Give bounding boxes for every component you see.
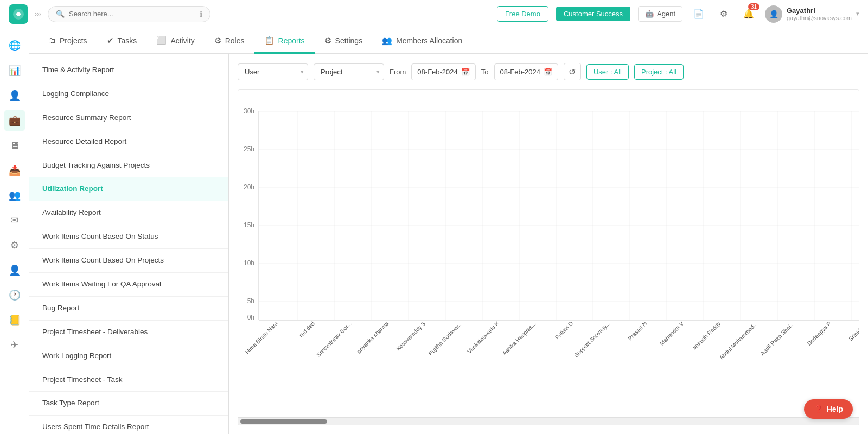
sidebar-item-clock[interactable]: 🕐 — [4, 284, 25, 306]
report-item-users-spent-time[interactable]: Users Spent Time Details Report — [29, 416, 228, 434]
svg-text:Dedeepya P: Dedeepya P — [806, 320, 832, 347]
sidebar-item-monitor[interactable]: 🖥 — [4, 135, 25, 156]
sidebar-item-briefcase[interactable]: 💼 — [4, 110, 25, 131]
report-item-bug-report[interactable]: Bug Report — [29, 297, 228, 321]
from-date-value: 08-Feb-2024 — [417, 68, 457, 76]
tab-projects[interactable]: 🗂 Projects — [38, 29, 97, 54]
activity-tab-icon: ⬜ — [156, 36, 167, 46]
svg-text:15h: 15h — [244, 221, 254, 229]
to-date-value: 08-Feb-2024 — [500, 68, 540, 76]
svg-text:priyanka sharma: priyanka sharma — [355, 320, 390, 354]
tab-tasks[interactable]: ✔ Tasks — [97, 29, 147, 54]
nav-tabs: 🗂 Projects ✔ Tasks ⬜ Activity ⚙ Roles 📋 … — [29, 28, 868, 54]
tab-reports-label: Reports — [278, 36, 305, 45]
project-select[interactable]: Project — [314, 63, 384, 80]
report-item-work-logging[interactable]: Work Logging Report — [29, 344, 228, 368]
tab-members-label: Members Allocation — [396, 36, 462, 45]
sidebar-item-ledger[interactable]: 📒 — [4, 309, 25, 331]
content-area: 🗂 Projects ✔ Tasks ⬜ Activity ⚙ Roles 📋 … — [29, 28, 868, 434]
projects-tab-icon: 🗂 — [48, 36, 56, 45]
tab-settings[interactable]: ⚙ Settings — [315, 29, 373, 54]
report-item-utilization[interactable]: Utilization Report — [29, 177, 228, 201]
customer-success-button[interactable]: Customer Success — [556, 7, 630, 21]
help-button[interactable]: ❓ Help — [804, 399, 853, 419]
from-calendar-icon: 📅 — [461, 68, 470, 76]
svg-text:Prasad N: Prasad N — [627, 320, 648, 341]
svg-text:Kesavareddy S: Kesavareddy S — [395, 320, 427, 352]
project-filter-tag[interactable]: Project : All — [634, 64, 684, 80]
report-item-project-timesheet-task[interactable]: Project Timesheet - Task — [29, 368, 228, 392]
user-info[interactable]: 👤 Gayathri gayathri@snovasys.com ▾ — [765, 5, 859, 23]
search-input[interactable] — [69, 10, 195, 18]
notification-bell-button[interactable]: 🔔 31 — [740, 5, 757, 23]
sidebar-item-mail[interactable]: ✉ — [4, 209, 25, 231]
from-date-input[interactable]: 08-Feb-2024 📅 — [411, 63, 475, 80]
settings-tab-icon: ⚙ — [324, 36, 331, 46]
report-item-time-activity[interactable]: Time & Activity Report — [29, 59, 228, 82]
free-demo-button[interactable]: Free Demo — [497, 6, 548, 22]
utilization-chart: 30h 25h 20h 15h 10h 5h 0h — [238, 90, 859, 372]
expand-icon[interactable]: ››› — [35, 10, 41, 18]
svg-text:Srinidhi D: Srinidhi D — [847, 320, 859, 342]
sidebar-item-globe[interactable]: 🌐 — [4, 35, 25, 56]
from-label: From — [390, 68, 406, 76]
to-date-input[interactable]: 08-Feb-2024 📅 — [494, 63, 558, 80]
sidebar-item-user[interactable]: 👤 — [4, 85, 25, 106]
user-filter-tag[interactable]: User : All — [586, 64, 629, 80]
sidebar-icons: 🌐 📊 👤 💼 🖥 📥 👥 ✉ ⚙ 👤 🕐 📒 ✈ — [0, 28, 29, 434]
report-item-resource-summary[interactable]: Resource Summary Report — [29, 106, 228, 130]
top-header: ››› 🔍 ℹ Free Demo Customer Success 🤖 Age… — [0, 0, 868, 28]
tab-reports[interactable]: 📋 Reports — [254, 29, 315, 54]
report-item-logging-compliance[interactable]: Logging Compliance — [29, 82, 228, 106]
user-select[interactable]: User — [238, 63, 308, 80]
tab-roles-label: Roles — [225, 36, 245, 45]
document-icon-button[interactable]: 📄 — [690, 5, 707, 23]
chart-scrollbar-thumb[interactable] — [240, 419, 327, 424]
search-icon: 🔍 — [56, 10, 65, 18]
sidebar-item-team[interactable]: 👥 — [4, 184, 25, 206]
sidebar-item-gear[interactable]: ⚙ — [4, 234, 25, 256]
agent-button[interactable]: 🤖 Agent — [638, 6, 682, 22]
sidebar-item-person[interactable]: 👤 — [4, 259, 25, 281]
report-item-budget-tracking[interactable]: Budget Tracking Against Projects — [29, 154, 228, 178]
reset-button[interactable]: ↺ — [564, 63, 581, 80]
to-label: To — [481, 68, 489, 76]
search-box[interactable]: 🔍 ℹ — [48, 6, 210, 22]
svg-text:Ashika Haripras...: Ashika Haripras... — [501, 320, 537, 356]
sidebar-item-send[interactable]: ✈ — [4, 334, 25, 356]
reports-sidebar: Time & Activity Report Logging Complianc… — [29, 54, 229, 434]
report-item-work-items-status[interactable]: Work Items Count Based On Status — [29, 225, 228, 249]
svg-text:Support Snovasy...: Support Snovasy... — [573, 320, 611, 359]
sidebar-item-inbox[interactable]: 📥 — [4, 159, 25, 181]
user-dropdown-icon: ▾ — [856, 10, 859, 17]
reports-layout: Time & Activity Report Logging Complianc… — [29, 54, 868, 434]
logo — [9, 4, 28, 24]
svg-text:Aadil Raza Shoi...: Aadil Raza Shoi... — [759, 320, 796, 357]
svg-text:Pallavi D: Pallavi D — [554, 320, 575, 341]
agent-icon: 🤖 — [645, 10, 654, 18]
sidebar-item-dashboard[interactable]: 📊 — [4, 60, 25, 81]
chart-svg-container[interactable]: 30h 25h 20h 15h 10h 5h 0h — [238, 90, 859, 417]
tab-roles[interactable]: ⚙ Roles — [205, 29, 254, 54]
report-item-work-items-qa[interactable]: Work Items Waiting For QA Approval — [29, 273, 228, 297]
tab-members[interactable]: 👥 Members Allocation — [372, 29, 472, 54]
tab-activity[interactable]: ⬜ Activity — [146, 29, 204, 54]
report-item-resource-detailed[interactable]: Resource Detailed Report — [29, 130, 228, 154]
svg-text:25h: 25h — [244, 145, 254, 153]
svg-text:Sreevatnsav Gor...: Sreevatnsav Gor... — [315, 320, 353, 358]
help-label: Help — [827, 405, 843, 413]
report-item-work-items-projects[interactable]: Work Items Count Based On Projects — [29, 249, 228, 273]
user-details: Gayathri gayathri@snovasys.com — [787, 7, 852, 21]
svg-text:30h: 30h — [244, 107, 254, 115]
svg-text:5h: 5h — [247, 297, 254, 305]
avatar: 👤 — [765, 5, 782, 23]
svg-text:Venkateswarlu K: Venkateswarlu K — [466, 320, 501, 355]
main-layout: 🌐 📊 👤 💼 🖥 📥 👥 ✉ ⚙ 👤 🕐 📒 ✈ 🗂 Projects ✔ T… — [0, 28, 868, 434]
tab-activity-label: Activity — [170, 36, 194, 45]
report-item-availability[interactable]: Availability Report — [29, 201, 228, 225]
settings-icon-button[interactable]: ⚙ — [715, 5, 732, 23]
report-item-project-timesheet-deliverables[interactable]: Project Timesheet - Deliverables — [29, 321, 228, 344]
report-item-task-type[interactable]: Task Type Report — [29, 392, 228, 416]
tasks-tab-icon: ✔ — [107, 36, 114, 46]
chart-area: 30h 25h 20h 15h 10h 5h 0h — [238, 89, 859, 425]
